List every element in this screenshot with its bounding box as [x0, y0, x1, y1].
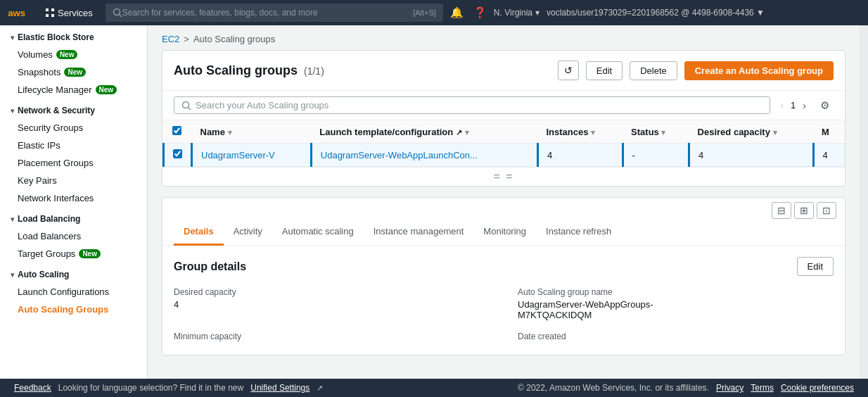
table-search-bar[interactable]	[174, 96, 770, 114]
sort-icon-status[interactable]: ▾	[661, 128, 665, 137]
view-mode-split-horizontal[interactable]: ⊟	[772, 202, 791, 219]
svg-point-5	[113, 9, 120, 15]
search-shortcut: [Alt+S]	[413, 8, 436, 17]
row-status-cell: -	[623, 144, 689, 167]
svg-line-6	[119, 15, 122, 18]
asg-name-label: Auto Scaling group name	[518, 287, 834, 297]
sidebar-item-label: Security Groups	[18, 122, 83, 133]
group-details-title: Group details	[174, 260, 246, 273]
sort-icon-instances[interactable]: ▾	[591, 128, 595, 137]
sidebar-item-load-balancers[interactable]: Load Balancers	[0, 227, 147, 245]
header-more: M	[813, 120, 845, 144]
sidebar-section-network-security[interactable]: Network & Security	[0, 99, 147, 119]
view-mode-split-vertical[interactable]: ⊞	[794, 202, 814, 219]
nav-icons: 🔔 ❓	[450, 6, 487, 19]
tab-instance-management[interactable]: Instance management	[364, 219, 474, 246]
sidebar-item-launch-configurations[interactable]: Launch Configurations	[0, 283, 147, 301]
desired-capacity-label: Desired capacity	[174, 287, 490, 297]
sidebar-item-placement-groups[interactable]: Placement Groups	[0, 154, 147, 172]
sort-icon-name[interactable]: ▾	[228, 128, 232, 137]
detail-tabs: Details Activity Automatic scaling Insta…	[162, 219, 845, 246]
detail-panel: ⊟ ⊞ ⊡ Details Activity Automatic scaling…	[162, 197, 845, 355]
sidebar-item-network-interfaces[interactable]: Network Interfaces	[0, 189, 147, 207]
panel-resize-handle[interactable]: = =	[162, 167, 845, 186]
scrollbar[interactable]	[860, 25, 868, 379]
table-settings-button[interactable]: ⚙	[816, 98, 834, 113]
sort-icon-desired[interactable]: ▾	[773, 128, 777, 137]
prev-page-button[interactable]: ‹	[777, 99, 786, 113]
row-checkbox[interactable]	[173, 149, 182, 158]
sidebar-item-label: Target Groups	[18, 248, 75, 259]
sidebar-section-load-balancing[interactable]: Load Balancing	[0, 207, 147, 227]
table-search-input[interactable]	[196, 100, 762, 111]
sidebar-item-label: Snapshots	[18, 67, 60, 77]
select-all-checkbox[interactable]	[172, 126, 181, 135]
detail-date-created: Date created	[518, 332, 834, 344]
sidebar-section-title-text: Auto Scaling	[18, 270, 69, 279]
services-menu-button[interactable]: Services	[39, 5, 98, 21]
asg-name-value: UdagramServer-WebAppGroups-M7KTQACKIDQM	[518, 299, 834, 320]
sidebar-section-elastic-block-store[interactable]: Elastic Block Store	[0, 25, 147, 46]
refresh-button[interactable]: ↺	[558, 61, 579, 80]
sidebar-item-target-groups[interactable]: Target Groups New	[0, 245, 147, 263]
auto-scaling-groups-panel: Auto Scaling groups (1/1) ↺ Edit Delete …	[162, 50, 845, 187]
region-selector[interactable]: N. Virginia ▾	[494, 8, 540, 18]
footer-cookie-link[interactable]: Cookie preferences	[781, 383, 854, 393]
next-page-button[interactable]: ›	[800, 99, 809, 113]
breadcrumb: EC2 > Auto Scaling groups	[148, 25, 860, 50]
svg-rect-1	[46, 8, 49, 11]
launch-template-link[interactable]: UdagramServer-WebAppLaunchCon...	[321, 150, 478, 160]
sidebar-item-snapshots[interactable]: Snapshots New	[0, 63, 147, 81]
global-search-bar[interactable]: [Alt+S]	[106, 4, 443, 22]
tab-activity[interactable]: Activity	[224, 219, 272, 246]
breadcrumb-current: Auto Scaling groups	[193, 34, 275, 44]
auto-scaling-groups-table: Name ▾ Launch template/configuration ↗ ▾…	[162, 120, 845, 167]
footer-privacy-link[interactable]: Privacy	[716, 383, 743, 393]
edit-button[interactable]: Edit	[586, 61, 623, 80]
row-checkbox-cell	[164, 144, 192, 167]
sidebar-section-auto-scaling[interactable]: Auto Scaling	[0, 263, 147, 283]
sidebar-item-lifecycle-manager[interactable]: Lifecycle Manager New	[0, 81, 147, 99]
sidebar-item-label: Key Pairs	[18, 175, 57, 186]
region-label: N. Virginia	[494, 8, 532, 18]
sidebar-item-auto-scaling-groups[interactable]: Auto Scaling Groups	[0, 301, 147, 318]
breadcrumb-ec2-link[interactable]: EC2	[162, 34, 179, 44]
sidebar-item-label: Elastic IPs	[18, 140, 60, 151]
svg-rect-3	[46, 14, 49, 17]
row-more-cell: 4	[813, 144, 845, 167]
delete-button[interactable]: Delete	[630, 61, 677, 80]
group-details-section: Group details Edit Desired capacity 4 Au…	[162, 246, 845, 355]
svg-line-8	[189, 107, 191, 110]
account-info[interactable]: voclabs/user1973029=2201968562 @ 4498-69…	[547, 8, 765, 18]
header-desired-capacity: Desired capacity ▾	[689, 120, 813, 144]
sidebar-item-volumes[interactable]: Volumes New	[0, 46, 147, 63]
footer-terms-link[interactable]: Terms	[751, 383, 774, 393]
tab-details[interactable]: Details	[174, 219, 224, 246]
table-search-icon	[181, 101, 191, 111]
detail-asg-name: Auto Scaling group name UdagramServer-We…	[518, 287, 834, 320]
view-mode-maximize[interactable]: ⊡	[817, 202, 836, 219]
aws-logo: aws	[7, 5, 32, 20]
pagination: ‹ 1 ›	[777, 99, 809, 113]
tab-automatic-scaling[interactable]: Automatic scaling	[272, 219, 364, 246]
tab-instance-refresh[interactable]: Instance refresh	[536, 219, 621, 246]
create-auto-scaling-group-button[interactable]: Create an Auto Scaling group	[684, 61, 834, 80]
sidebar-item-key-pairs[interactable]: Key Pairs	[0, 172, 147, 189]
grid-icon	[45, 8, 55, 18]
global-search-input[interactable]	[122, 8, 413, 18]
sidebar-item-security-groups[interactable]: Security Groups	[0, 119, 147, 137]
feedback-link[interactable]: Feedback	[14, 383, 51, 393]
notifications-icon[interactable]: 🔔	[450, 6, 464, 19]
sidebar-item-label: Network Interfaces	[18, 193, 94, 203]
asg-name-link[interactable]: UdagramServer-V	[201, 150, 275, 160]
new-badge: New	[64, 68, 86, 77]
group-details-edit-button[interactable]: Edit	[797, 257, 834, 276]
tab-monitoring[interactable]: Monitoring	[473, 219, 536, 246]
new-badge: New	[56, 50, 78, 59]
sidebar-item-elastic-ips[interactable]: Elastic IPs	[0, 137, 147, 154]
help-icon[interactable]: ❓	[473, 6, 487, 19]
svg-rect-4	[51, 14, 54, 17]
table-row[interactable]: UdagramServer-V UdagramServer-WebAppLaun…	[164, 144, 845, 167]
unified-settings-link[interactable]: Unified Settings	[250, 383, 309, 393]
sort-icon-launch[interactable]: ▾	[465, 128, 469, 137]
